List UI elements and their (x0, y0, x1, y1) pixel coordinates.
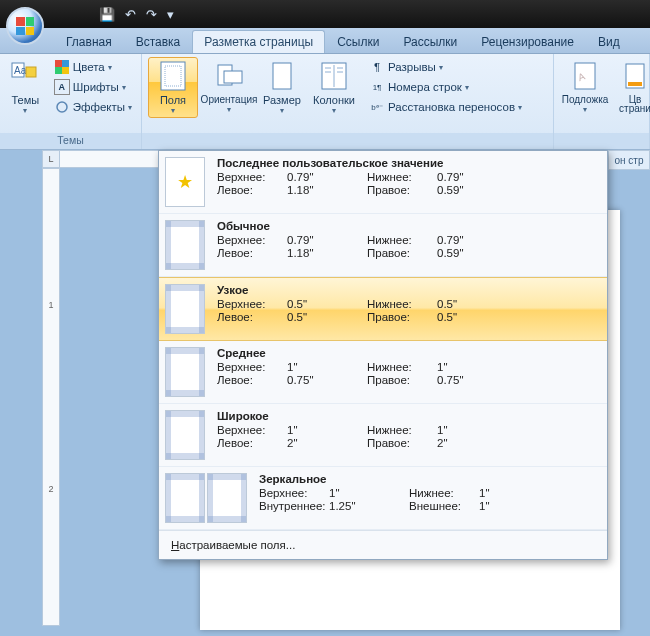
tab-mailings[interactable]: Рассылки (391, 30, 469, 53)
margins-preset-3[interactable]: СреднееВерхнее:1"Нижнее:1"Левое:0.75"Пра… (159, 341, 607, 404)
group-label-themes: Темы (0, 133, 141, 149)
chevron-down-icon: ▾ (23, 106, 27, 115)
themes-button[interactable]: Aa Темы ▾ (6, 57, 45, 118)
svg-rect-6 (62, 67, 69, 74)
svg-rect-2 (26, 67, 36, 77)
ruler-corner: L (42, 150, 60, 168)
size-icon (266, 60, 298, 92)
margins-preset-1[interactable]: ОбычноеВерхнее:0.79"Нижнее:0.79"Левое:1.… (159, 214, 607, 277)
tab-references[interactable]: Ссылки (325, 30, 391, 53)
hyphenation-icon: bᵃ⁻ (369, 99, 385, 115)
tab-review[interactable]: Рецензирование (469, 30, 586, 53)
margins-icon (157, 60, 189, 92)
vertical-ruler[interactable]: 1 2 (42, 168, 60, 626)
preset-thumbnail-icon (165, 284, 205, 334)
hyphenation-button[interactable]: bᵃ⁻Расстановка переносов ▾ (366, 97, 525, 117)
preset-thumbnail-icon (165, 157, 205, 207)
ribbon: Aa Темы ▾ Цвета ▾ AШрифты ▾ Эффекты ▾ Те… (0, 54, 650, 150)
theme-effects-button[interactable]: Эффекты ▾ (51, 97, 135, 117)
fonts-icon: A (54, 79, 70, 95)
orientation-button[interactable]: Ориентация▾ (204, 57, 254, 117)
tab-view[interactable]: Вид (586, 30, 632, 53)
preset-thumbnail-icon (165, 347, 205, 397)
preset-title: Узкое (217, 284, 597, 296)
margins-preset-4[interactable]: ШирокоеВерхнее:1"Нижнее:1"Левое:2"Правое… (159, 404, 607, 467)
colors-icon (54, 59, 70, 75)
tab-page-layout[interactable]: Разметка страницы (192, 30, 325, 53)
preset-title: Последнее пользовательское значение (217, 157, 597, 169)
svg-text:Aa: Aa (14, 65, 27, 76)
line-numbers-icon: 1¶ (369, 79, 385, 95)
columns-icon (318, 60, 350, 92)
preset-thumbnail-icon (165, 410, 205, 460)
margins-preset-0[interactable]: Последнее пользовательское значениеВерхн… (159, 151, 607, 214)
effects-icon (54, 99, 70, 115)
theme-fonts-button[interactable]: AШрифты ▾ (51, 77, 135, 97)
group-label-page-setup (142, 133, 553, 149)
margins-button[interactable]: Поля▾ (148, 57, 198, 118)
svg-rect-12 (273, 63, 291, 89)
preset-thumbnail-icon (207, 473, 247, 523)
tab-insert[interactable]: Вставка (124, 30, 193, 53)
margins-dropdown: Последнее пользовательское значениеВерхн… (158, 150, 608, 560)
ribbon-tabs: Главная Вставка Разметка страницы Ссылки… (0, 28, 650, 54)
quick-access-toolbar: 💾 ↶ ↷ ▾ (96, 7, 177, 22)
title-bar: 💾 ↶ ↷ ▾ (0, 0, 650, 28)
margins-preset-5[interactable]: ЗеркальноеВерхнее:1"Нижнее:1"Внутреннее:… (159, 467, 607, 530)
orientation-icon (213, 60, 245, 92)
task-pane-tab[interactable]: он стр (608, 150, 650, 170)
group-page-setup: Поля▾ Ориентация▾ Размер▾ Колонки▾ ¶Разр… (142, 54, 554, 149)
redo-icon[interactable]: ↷ (143, 7, 160, 22)
group-page-background: A Подложка▾ Цв страни (554, 54, 650, 149)
line-numbers-button[interactable]: 1¶Номера строк ▾ (366, 77, 525, 97)
save-icon[interactable]: 💾 (96, 7, 118, 22)
svg-rect-3 (55, 60, 62, 67)
preset-title: Зеркальное (259, 473, 597, 485)
margins-preset-2[interactable]: УзкоеВерхнее:0.5"Нижнее:0.5"Левое:0.5"Пр… (159, 277, 607, 341)
office-button[interactable] (6, 7, 44, 45)
undo-icon[interactable]: ↶ (122, 7, 139, 22)
preset-title: Широкое (217, 410, 597, 422)
preset-thumbnail-icon (165, 220, 205, 270)
theme-colors-button[interactable]: Цвета ▾ (51, 57, 135, 77)
size-button[interactable]: Размер▾ (260, 57, 304, 118)
svg-rect-22 (628, 82, 642, 86)
custom-margins-button[interactable]: Настраиваемые поля... (159, 530, 607, 559)
preset-title: Среднее (217, 347, 597, 359)
themes-icon: Aa (9, 60, 41, 92)
page-color-icon (619, 60, 650, 92)
qat-more-icon[interactable]: ▾ (164, 7, 177, 22)
preset-thumbnail-icon (165, 473, 205, 523)
columns-button[interactable]: Колонки▾ (310, 57, 358, 118)
tab-home[interactable]: Главная (54, 30, 124, 53)
svg-rect-4 (62, 60, 69, 67)
themes-label: Темы (12, 94, 40, 106)
page-color-button[interactable]: Цв страни (616, 57, 650, 117)
preset-title: Обычное (217, 220, 597, 232)
svg-rect-11 (224, 71, 242, 83)
group-themes: Aa Темы ▾ Цвета ▾ AШрифты ▾ Эффекты ▾ Те… (0, 54, 142, 149)
svg-point-7 (57, 102, 67, 112)
watermark-icon: A (569, 60, 601, 92)
watermark-button[interactable]: A Подложка▾ (560, 57, 610, 117)
breaks-button[interactable]: ¶Разрывы ▾ (366, 57, 525, 77)
breaks-icon: ¶ (369, 59, 385, 75)
svg-rect-5 (55, 67, 62, 74)
